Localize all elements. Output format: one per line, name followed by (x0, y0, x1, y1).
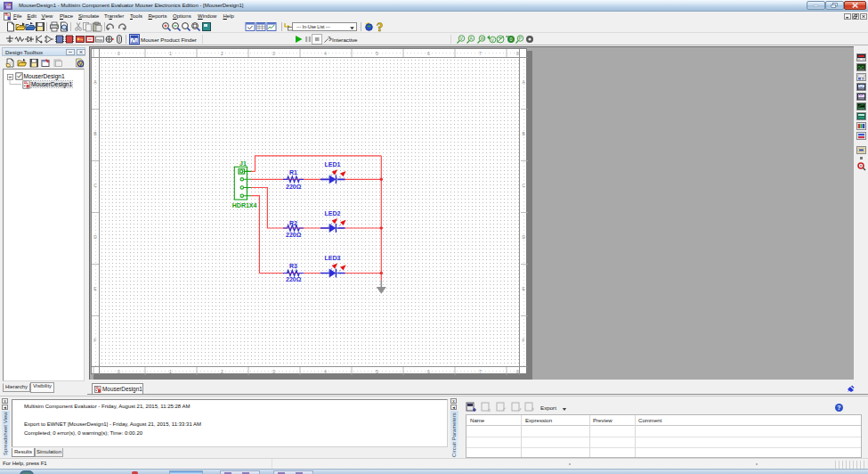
svg-text:220Ω: 220Ω (286, 232, 302, 238)
svg-text:P: P (519, 36, 523, 41)
svg-text:R3: R3 (289, 263, 297, 269)
svg-text:R2: R2 (289, 220, 297, 226)
svg-text:220Ω: 220Ω (286, 184, 302, 190)
svg-text:LED2: LED2 (325, 210, 341, 217)
svg-text:V: V (79, 61, 83, 67)
svg-text:V: V (460, 36, 464, 41)
svg-text:J1: J1 (239, 160, 247, 167)
svg-text:HDR1X4: HDR1X4 (232, 202, 257, 208)
svg-text:R1: R1 (289, 169, 297, 176)
svg-text:W: W (480, 36, 484, 41)
svg-text:V: V (491, 37, 495, 43)
svg-text:0: 0 (509, 37, 512, 42)
svg-text:A: A (470, 36, 474, 41)
svg-text:LED3: LED3 (325, 255, 341, 261)
svg-text:mac: mac (96, 37, 103, 42)
svg-text:LED1: LED1 (325, 161, 341, 168)
svg-text:220Ω: 220Ω (286, 276, 302, 282)
